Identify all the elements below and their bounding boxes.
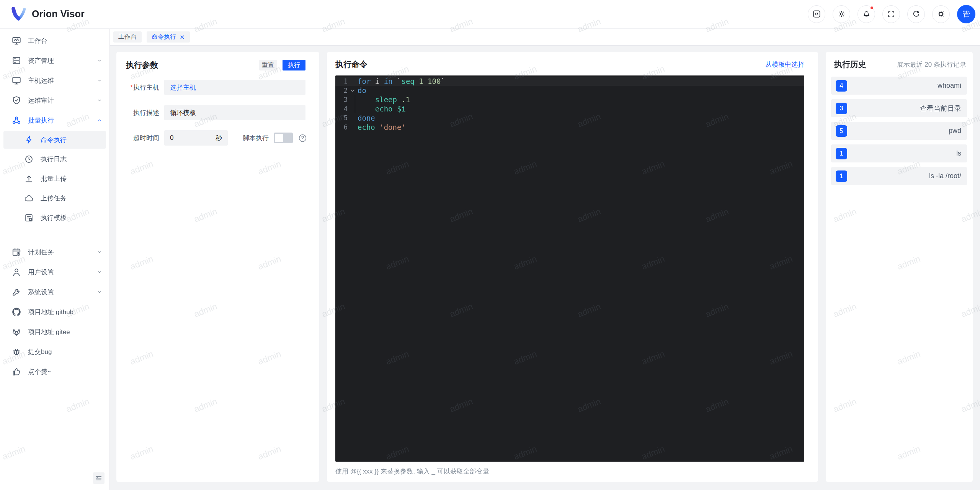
history-item[interactable]: 1 ls: [831, 144, 967, 162]
timeout-field-label: 超时时间: [126, 134, 159, 143]
line-number: 2: [335, 86, 348, 95]
sidebar-item-label: 运维审计: [28, 96, 96, 105]
tab-workbench[interactable]: 工作台: [113, 31, 142, 43]
desc-input[interactable]: 循环模板: [164, 105, 305, 120]
sidebar-item-command-exec[interactable]: 命令执行: [3, 131, 106, 149]
chevron-down-icon: [96, 77, 103, 84]
sidebar-item-user-settings[interactable]: 用户设置: [0, 262, 109, 282]
sidebar-item-label: 执行模板: [41, 213, 103, 222]
code-square-icon[interactable]: [808, 5, 825, 23]
header-actions: 管: [808, 5, 975, 23]
chevron-down-icon: [96, 57, 103, 64]
refresh-icon[interactable]: [907, 5, 925, 23]
sidebar-item-label: 批量执行: [28, 116, 96, 125]
user-icon: [11, 267, 21, 277]
sidebar: 工作台 资产管理 主机运维: [0, 29, 110, 490]
history-command: ls -la /root/: [929, 172, 961, 180]
desc-field-row: 执行描述 循环模板: [126, 105, 305, 120]
editor-hint: 使用 @{{ xxx }} 来替换参数, 输入 _ 可以获取全部变量: [335, 467, 804, 476]
editor-line[interactable]: 3 sleep .1: [335, 95, 804, 104]
timeout-value: 0: [170, 134, 173, 142]
sidebar-item-assets[interactable]: 资产管理: [0, 51, 109, 70]
lightning-icon: [24, 135, 34, 145]
exec-count-badge: 1: [836, 170, 847, 182]
main-area: 工作台 命令执行 执行参数 重置 执行 *执行主机 选择主机: [110, 29, 980, 490]
chevron-down-icon: [96, 97, 103, 103]
select-from-template-link[interactable]: 从模板中选择: [765, 60, 804, 69]
sidebar-item-label: 项目地址 github: [28, 308, 103, 316]
script-exec-toggle[interactable]: [274, 133, 293, 143]
fold-chevron-icon[interactable]: [348, 86, 358, 95]
settings-gear-icon[interactable]: [932, 5, 950, 23]
history-item[interactable]: 4 whoami: [831, 77, 967, 95]
history-command: ls: [956, 149, 961, 157]
reset-button[interactable]: 重置: [259, 60, 277, 70]
sidebar-item-gitee[interactable]: 项目地址 gitee: [0, 322, 109, 342]
batch-exec-submenu: 命令执行 执行日志 批量上传 上传任务: [0, 131, 109, 228]
editor-line[interactable]: 1for i in `seq 1 100`: [335, 77, 804, 86]
editor-line[interactable]: 4 echo $i: [335, 104, 804, 113]
gitee-icon: [11, 327, 21, 337]
thumbs-up-icon: [11, 367, 21, 377]
sidebar-item-upload-tasks[interactable]: 上传任务: [0, 188, 109, 208]
user-avatar[interactable]: 管: [957, 5, 975, 23]
chevron-down-icon: [96, 249, 103, 255]
sidebar-item-workbench[interactable]: 工作台: [0, 31, 109, 51]
desc-value: 循环模板: [170, 108, 196, 117]
tab-label: 命令执行: [152, 33, 176, 41]
sidebar-item-exec-log[interactable]: 执行日志: [0, 149, 109, 169]
sidebar-item-bug-report[interactable]: 提交bug: [0, 342, 109, 362]
sidebar-item-batch-upload[interactable]: 批量上传: [0, 169, 109, 188]
exec-count-badge: 1: [836, 148, 847, 159]
sidebar-item-label: 点个赞~: [28, 367, 103, 376]
editor-line[interactable]: 2do: [335, 86, 804, 95]
history-subtitle: 展示最近 20 条执行记录: [897, 60, 966, 69]
exec-count-badge: 4: [836, 80, 847, 92]
history-command: 查看当前目录: [920, 104, 961, 113]
fold-gutter: [348, 104, 358, 113]
help-circle-icon[interactable]: [298, 133, 307, 143]
panel-title: 执行历史: [834, 59, 866, 70]
code-text: done: [358, 113, 375, 123]
tab-close-icon[interactable]: [180, 34, 185, 40]
cluster-icon: [11, 115, 21, 125]
sidebar-item-label: 资产管理: [28, 56, 96, 65]
timeout-input[interactable]: 0 秒: [164, 130, 228, 146]
exec-count-badge: 3: [836, 103, 847, 114]
notification-bell-icon[interactable]: [858, 5, 875, 23]
chevron-down-icon: [96, 289, 103, 295]
sidebar-item-batch-exec[interactable]: 批量执行: [0, 110, 109, 130]
select-host-link[interactable]: 选择主机: [170, 83, 196, 92]
workbench-icon: [11, 36, 21, 46]
sidebar-item-label: 批量上传: [41, 174, 103, 183]
fold-gutter: [348, 123, 358, 132]
history-item[interactable]: 1 ls -la /root/: [831, 167, 967, 185]
history-item[interactable]: 3 查看当前目录: [831, 99, 967, 117]
editor-line[interactable]: 5done: [335, 113, 804, 123]
sidebar-collapse-button[interactable]: [93, 472, 105, 484]
chevron-up-icon: [96, 117, 103, 123]
host-select-field[interactable]: 选择主机: [164, 80, 305, 95]
sidebar-item-like[interactable]: 点个赞~: [0, 362, 109, 382]
tab-bar: 工作台 命令执行: [110, 29, 980, 46]
theme-sun-icon[interactable]: [833, 5, 850, 23]
code-editor[interactable]: 1for i in `seq 1 100`2do3 sleep .14 echo…: [335, 75, 804, 462]
sidebar-item-github[interactable]: 项目地址 github: [0, 302, 109, 322]
app-title: Orion Visor: [32, 8, 85, 20]
line-number: 6: [335, 123, 348, 132]
editor-line[interactable]: 6echo 'done': [335, 123, 804, 132]
sidebar-item-ops-audit[interactable]: 运维审计: [0, 90, 109, 110]
sidebar-item-host-ops[interactable]: 主机运维: [0, 70, 109, 90]
fold-gutter: [348, 95, 358, 104]
history-item[interactable]: 5 pwd: [831, 122, 967, 140]
sidebar-item-exec-template[interactable]: 执行模板: [0, 208, 109, 228]
menu-fold-icon: [95, 474, 103, 482]
code-text: echo $i: [358, 104, 406, 113]
tab-command-exec[interactable]: 命令执行: [147, 31, 190, 43]
sidebar-item-label: 命令执行: [41, 136, 99, 144]
sidebar-item-system-settings[interactable]: 系统设置: [0, 282, 109, 302]
wrench-icon: [11, 287, 21, 297]
run-button[interactable]: 执行: [283, 60, 305, 70]
fullscreen-icon[interactable]: [882, 5, 900, 23]
sidebar-item-schedule[interactable]: 计划任务: [0, 242, 109, 262]
